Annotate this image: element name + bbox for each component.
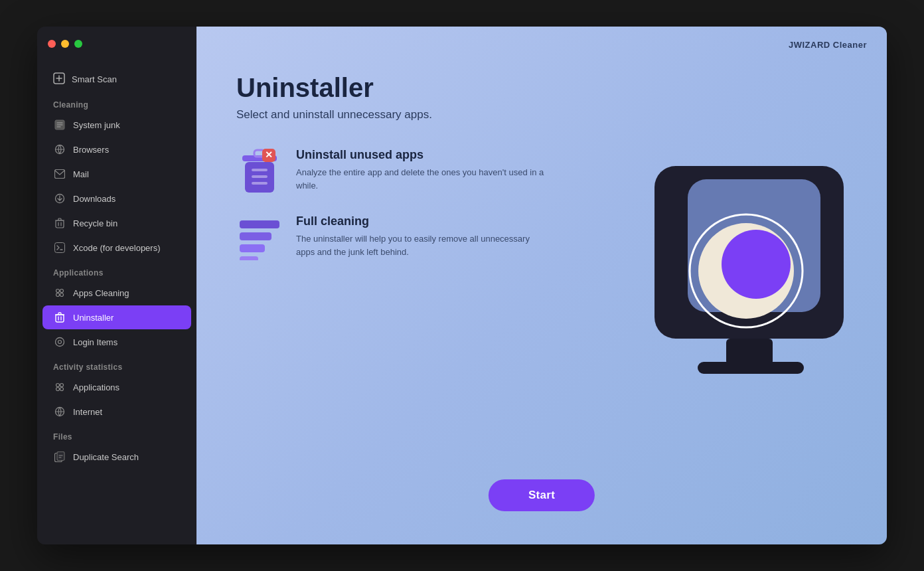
section-label-activity: Activity statistics bbox=[37, 355, 196, 374]
feature-text-full-cleaning: Full cleaning The uninstaller will help … bbox=[296, 214, 548, 258]
sidebar-item-xcode[interactable]: Xcode (for developers) bbox=[42, 236, 191, 260]
sidebar-content: Smart Scan Cleaning System junk bbox=[37, 61, 196, 544]
svg-point-13 bbox=[58, 341, 62, 344]
activity-applications-icon bbox=[53, 380, 66, 394]
apps-cleaning-icon bbox=[53, 286, 66, 299]
svg-point-8 bbox=[60, 289, 64, 293]
page-subtitle: Select and uninstall unnecessary apps. bbox=[236, 108, 847, 122]
trash-icon-wrap: ✕ bbox=[236, 148, 283, 195]
app-window: Smart Scan Cleaning System junk bbox=[37, 27, 887, 544]
close-button[interactable] bbox=[48, 40, 56, 48]
feature-card-uninstall-unused: ✕ Uninstall unused apps Analyze the enti… bbox=[236, 148, 581, 195]
sidebar-item-internet[interactable]: Internet bbox=[42, 400, 191, 424]
smart-scan-icon bbox=[53, 72, 65, 86]
section-label-cleaning: Cleaning bbox=[37, 92, 196, 112]
downloads-label: Downloads bbox=[73, 194, 116, 204]
sidebar-item-recycle-bin[interactable]: Recycle bin bbox=[42, 211, 191, 235]
page-title: Uninstaller bbox=[236, 73, 847, 103]
monitor-illustration bbox=[648, 159, 860, 412]
browsers-icon bbox=[53, 143, 66, 156]
svg-rect-38 bbox=[726, 339, 773, 365]
sidebar-item-downloads[interactable]: Downloads bbox=[42, 187, 191, 210]
svg-point-14 bbox=[56, 384, 60, 387]
svg-rect-5 bbox=[56, 220, 64, 228]
feature-desc-cleaning: The uninstaller will help you to easily … bbox=[296, 232, 548, 258]
recycle-bin-label: Recycle bin bbox=[73, 218, 117, 228]
sidebar-item-login-items[interactable]: Login Items bbox=[42, 330, 191, 354]
clean-icon-wrap bbox=[236, 214, 283, 261]
svg-rect-6 bbox=[55, 243, 65, 253]
mail-icon bbox=[53, 167, 66, 181]
svg-point-17 bbox=[60, 388, 64, 391]
recycle-bin-icon bbox=[53, 216, 66, 230]
sidebar-item-browsers[interactable]: Browsers bbox=[42, 137, 191, 161]
feature-desc-uninstall: Analyze the entire app and delete the on… bbox=[296, 166, 548, 192]
minimize-button[interactable] bbox=[61, 40, 69, 48]
browsers-label: Browsers bbox=[73, 145, 109, 155]
svg-rect-29 bbox=[240, 220, 279, 228]
start-button[interactable]: Start bbox=[489, 479, 595, 511]
sidebar-item-uninstaller[interactable]: Uninstaller bbox=[42, 305, 191, 329]
svg-rect-31 bbox=[240, 244, 265, 252]
svg-rect-26 bbox=[252, 169, 268, 171]
xcode-label: Xcode (for developers) bbox=[73, 243, 161, 253]
sidebar-item-mail[interactable]: Mail bbox=[42, 162, 191, 186]
sidebar-item-duplicate-search[interactable]: Duplicate Search bbox=[42, 445, 191, 469]
feature-text-uninstall-unused: Uninstall unused apps Analyze the entire… bbox=[296, 148, 548, 192]
feature-card-full-cleaning: Full cleaning The uninstaller will help … bbox=[236, 214, 581, 261]
trash-illustration-icon: ✕ bbox=[240, 149, 279, 194]
sidebar: Smart Scan Cleaning System junk bbox=[37, 27, 196, 544]
svg-rect-39 bbox=[698, 362, 804, 374]
svg-point-7 bbox=[56, 289, 60, 293]
internet-icon bbox=[53, 405, 66, 418]
mail-label: Mail bbox=[73, 169, 89, 179]
feature-title-cleaning: Full cleaning bbox=[296, 214, 548, 228]
svg-text:✕: ✕ bbox=[265, 149, 273, 160]
svg-point-9 bbox=[56, 293, 60, 297]
uninstaller-icon bbox=[53, 311, 66, 324]
feature-cards: ✕ Uninstall unused apps Analyze the enti… bbox=[236, 148, 581, 261]
apps-cleaning-label: Apps Cleaning bbox=[73, 288, 129, 298]
uninstaller-label: Uninstaller bbox=[73, 313, 114, 323]
internet-label: Internet bbox=[73, 407, 102, 417]
duplicate-search-icon bbox=[53, 450, 66, 463]
titlebar bbox=[37, 27, 196, 61]
svg-point-12 bbox=[56, 338, 64, 347]
sidebar-item-activity-applications[interactable]: Applications bbox=[42, 375, 191, 399]
svg-rect-11 bbox=[56, 315, 64, 322]
app-title: JWIZARD Cleaner bbox=[789, 40, 867, 50]
system-junk-icon bbox=[53, 118, 66, 131]
svg-point-37 bbox=[722, 230, 791, 299]
monitor-svg bbox=[648, 159, 854, 398]
maximize-button[interactable] bbox=[74, 40, 82, 48]
svg-rect-30 bbox=[240, 232, 271, 240]
svg-rect-27 bbox=[252, 175, 268, 178]
system-junk-label: System junk bbox=[73, 120, 120, 130]
duplicate-search-label: Duplicate Search bbox=[73, 452, 139, 462]
feature-title-uninstall: Uninstall unused apps bbox=[296, 148, 548, 162]
login-items-label: Login Items bbox=[73, 337, 117, 347]
svg-point-16 bbox=[56, 388, 60, 391]
section-label-files: Files bbox=[37, 424, 196, 444]
svg-point-15 bbox=[60, 384, 64, 387]
sidebar-item-smart-scan[interactable]: Smart Scan bbox=[42, 67, 191, 92]
xcode-icon bbox=[53, 241, 66, 254]
login-items-icon bbox=[53, 335, 66, 349]
svg-rect-28 bbox=[252, 182, 268, 185]
svg-rect-32 bbox=[240, 256, 258, 260]
sidebar-item-apps-cleaning[interactable]: Apps Cleaning bbox=[42, 281, 191, 305]
svg-rect-20 bbox=[57, 452, 64, 461]
svg-point-10 bbox=[60, 293, 64, 297]
clean-illustration-icon bbox=[240, 215, 279, 260]
activity-applications-label: Applications bbox=[73, 382, 119, 392]
downloads-icon bbox=[53, 192, 66, 205]
svg-rect-3 bbox=[55, 170, 65, 179]
smart-scan-label: Smart Scan bbox=[72, 74, 117, 84]
main-content: JWIZARD Cleaner Uninstaller Select and u… bbox=[196, 27, 887, 544]
sidebar-item-system-junk[interactable]: System junk bbox=[42, 113, 191, 137]
section-label-applications: Applications bbox=[37, 260, 196, 280]
